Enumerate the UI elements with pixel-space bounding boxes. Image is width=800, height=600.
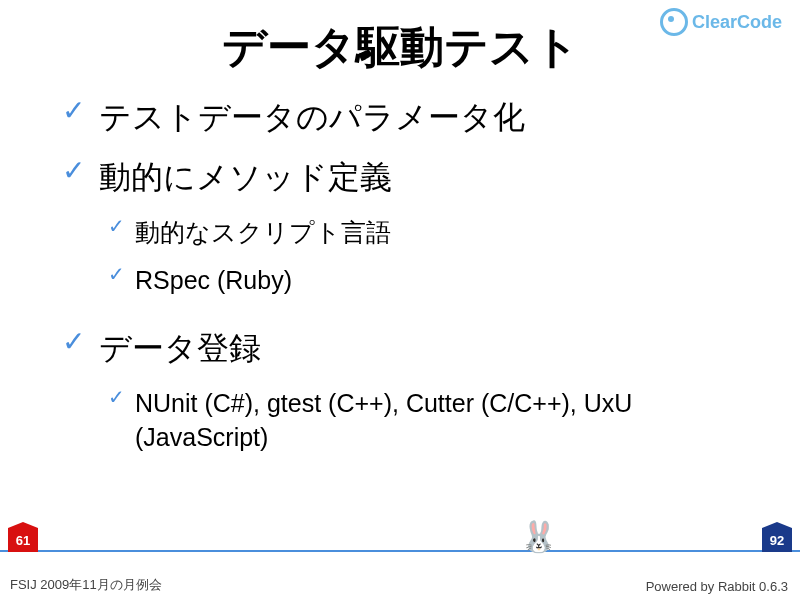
- bullet-text: データ登録: [99, 328, 261, 370]
- slide-content: ✓ テストデータのパラメータ化 ✓ 動的にメソッド定義 ✓ 動的なスクリプト言語…: [0, 77, 800, 455]
- progress-bar: [0, 550, 800, 552]
- footer-event-name: FSIJ 2009年11月の月例会: [10, 576, 162, 594]
- checkmark-icon: ✓: [108, 216, 125, 236]
- current-slide-number: 61: [16, 533, 30, 548]
- current-slide-flag: 61: [8, 528, 38, 552]
- bullet-text: NUnit (C#), gtest (C++), Cutter (C/C++),…: [135, 387, 750, 455]
- logo-text: ClearCode: [692, 12, 782, 33]
- checkmark-icon: ✓: [62, 328, 85, 356]
- logo-mark-icon: [660, 8, 688, 36]
- rabbit-icon: 🐰: [520, 522, 557, 552]
- checkmark-icon: ✓: [108, 387, 125, 407]
- total-slides-number: 92: [770, 533, 784, 548]
- checkmark-icon: ✓: [62, 157, 85, 185]
- checkmark-icon: ✓: [62, 97, 85, 125]
- brand-logo: ClearCode: [660, 8, 782, 36]
- bullet-item: ✓ テストデータのパラメータ化: [62, 97, 750, 139]
- bullet-subitem: ✓ 動的なスクリプト言語: [108, 216, 750, 250]
- bullet-subitem: ✓ RSpec (Ruby): [108, 264, 750, 298]
- bullet-text: 動的なスクリプト言語: [135, 216, 391, 250]
- total-slides-flag: 92: [762, 528, 792, 552]
- bullet-text: 動的にメソッド定義: [99, 157, 392, 199]
- bullet-item: ✓ データ登録: [62, 328, 750, 370]
- bullet-item: ✓ 動的にメソッド定義: [62, 157, 750, 199]
- footer-powered-by: Powered by Rabbit 0.6.3: [646, 579, 788, 594]
- bullet-subitem: ✓ NUnit (C#), gtest (C++), Cutter (C/C++…: [108, 387, 750, 455]
- checkmark-icon: ✓: [108, 264, 125, 284]
- bullet-text: テストデータのパラメータ化: [99, 97, 525, 139]
- bullet-text: RSpec (Ruby): [135, 264, 292, 298]
